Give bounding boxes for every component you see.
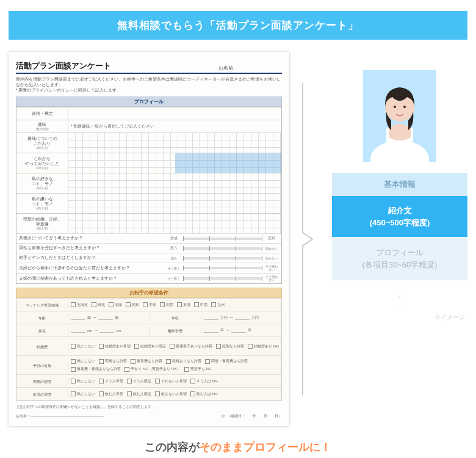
right-column: 基本情報 紹介文 (450~500字程度) プロフィール (各項目30~60字程… [332,52,467,322]
checkbox-option[interactable]: 気にしない [71,358,95,364]
row-qualification: 資格・検定 [16,107,68,120]
sheet-note-line2: * 裏面のプライバシーポリシーに同意して記入します [16,87,282,93]
height-label: 身長 [16,327,68,334]
checkbox-option[interactable]: 飲む人限定 [127,391,151,397]
income-label: 年収 [149,314,201,321]
slider-q1: 共働きについてどう考えますか？ [19,236,167,241]
checkbox-option[interactable]: 子有り NG（実質子あり OK） [124,366,181,372]
slider-q3: 相手とケンカしたときはどうしますか？ [19,255,167,261]
image-note: ※イメージ [435,313,465,322]
checkbox-option[interactable]: 気にしない [71,379,95,384]
checkbox-option[interactable]: 死別なら許容 [216,344,244,349]
checkbox-option[interactable]: 養育費・親権ありなら許容 [71,366,121,372]
svg-point-5 [403,106,406,108]
drink-label: 飲酒の習慣 [16,391,68,398]
svg-point-4 [394,106,396,108]
checkbox-option[interactable]: 関東 [126,302,139,308]
header-banner: 無料相談でもらう「活動プラン面談アンケート」 [9,11,467,40]
slider-q2: 男性も家事を分担すべきだと考えますか？ [19,245,167,251]
checkbox-option[interactable]: すう人は NG [190,379,218,384]
row-dislike: 私の嫌いな コト、モノ(60文字) [16,194,68,213]
row-hobby-detail: 趣味についての こだわり(60文字) [16,133,68,153]
partner-table: マッチング希望地域 北海道東北北陸関東中部四国東海中国九州 年齢 歳〜歳 年収 … [16,298,282,401]
sheet-note-line1: 青枠内を活動プラン面談前までに必ずご記入ください。お相手へのご希望条件は面談時に… [16,76,282,87]
checkbox-option[interactable]: 結婚歴あり限定 [134,344,166,349]
card-basic-info: 基本情報 [332,173,467,196]
footer-note: 上記お相手への希望条件に間違いがないことを確認し、登録することに同意します。 [16,404,155,410]
sheet-title: 活動プラン面談アンケート [16,60,111,71]
checkbox-option[interactable]: 結婚歴あり希望 [99,344,131,349]
checkbox-option[interactable]: すう人限定 [127,379,151,384]
hobby-note: * 別途趣味一覧から選択してご記入ください [68,120,281,133]
checkbox-option[interactable]: 飲む人希望 [99,391,123,397]
row-future: これから やってみたいこと(60文字) [16,153,68,173]
checkbox-option[interactable]: 気にしない [71,344,95,349]
child-label: 子供の有無 [16,362,68,369]
checkbox-option[interactable]: 北陸 [109,302,122,308]
bracket-arrow-icon [301,76,320,402]
checkbox-option[interactable]: 中国 [194,302,207,308]
checkbox-option[interactable]: 親権ありなら許容 [166,358,201,364]
sheet-note: 青枠内を活動プラン面談前までに必ずご記入ください。お相手へのご希望条件は面談時に… [16,76,282,93]
confirm-date: （確認日： 年 月 日） [227,413,282,419]
checkbox-option[interactable]: 飲む人は NG [190,391,218,397]
checkbox-option[interactable]: 四国 [160,302,173,308]
smoke-label: 喫煙の習慣 [16,378,68,385]
slider-q4: 夫婦だから相手に干渉するのは当たり前だと考えますか？ [19,266,167,271]
region-options: 北海道東北北陸関東中部四国東海中国九州 [68,301,281,309]
checkbox-option[interactable]: 養育費なら許容 [131,358,162,364]
checkbox-option[interactable]: 中部 [143,302,156,308]
profile-section-header: プロフィール [16,96,282,107]
partner-section-header: お相手の希望条件 [16,288,282,298]
marriage-label: 結婚歴 [16,343,68,350]
card-intro: 紹介文 (450~500字程度) [332,196,467,237]
checkbox-option[interactable]: 気にしない [71,391,95,397]
card-profile: プロフィール (各項目30~60字程度) [332,237,467,280]
profile-photo [363,70,436,162]
edu-label: 最終学歴 [149,327,201,334]
checkbox-option[interactable]: 普通養子ありなら許容 [170,344,212,349]
row-like: 私の好きな コト、モノ(60文字) [16,173,68,193]
stamp-icon: ㊞ [222,413,225,419]
footer-caption: この内容がそのままプロフィールに！ [0,432,476,458]
checkbox-option[interactable]: 実質子も NG [184,366,212,372]
content-row: 活動プラン面談アンケート お名前 青枠内を活動プラン面談前までに必ずご記入くださ… [0,40,476,432]
checkbox-option[interactable]: 九州 [211,302,225,308]
name-field-label: お名前 [218,65,282,71]
checkbox-option[interactable]: 結婚歴あり NG [248,344,279,349]
checkbox-option[interactable]: すう人希望 [99,379,123,384]
checkbox-option[interactable]: 東海 [177,302,190,308]
age-label: 年齢 [16,314,68,321]
profile-table: 資格・検定 趣味(最大5個)* 別途趣味一覧から選択してご記入ください 趣味につ… [16,107,282,284]
sheet-footer: 上記お相手への希望条件に間違いがないことを確認し、登録することに同意します。 お… [16,404,282,419]
checkbox-option[interactable]: 東北 [92,302,105,308]
region-label: マッチング希望地域 [16,302,68,308]
ellipsis-dots-icon: ・・・ [397,284,403,310]
checkbox-option[interactable]: 同居・養育費なら許容 [205,358,248,364]
slider-q5: 夫婦の間に秘密があっても許されると考えますか？ [19,276,167,282]
checkbox-option[interactable]: 飲まない人希望 [155,391,187,397]
questionnaire-sheet: 活動プラン面談アンケート お名前 青枠内を活動プラン面談前までに必ずご記入くださ… [9,52,289,426]
checkbox-option[interactable]: 同居なら許容 [99,358,127,364]
row-ideal: 理想の結婚、夫婦、 家族像(60文字) [16,214,68,233]
checkbox-option[interactable]: すわない人希望 [155,379,187,384]
row-hobby: 趣味(最大5個) [16,120,68,133]
checkbox-option[interactable]: 北海道 [71,302,88,308]
